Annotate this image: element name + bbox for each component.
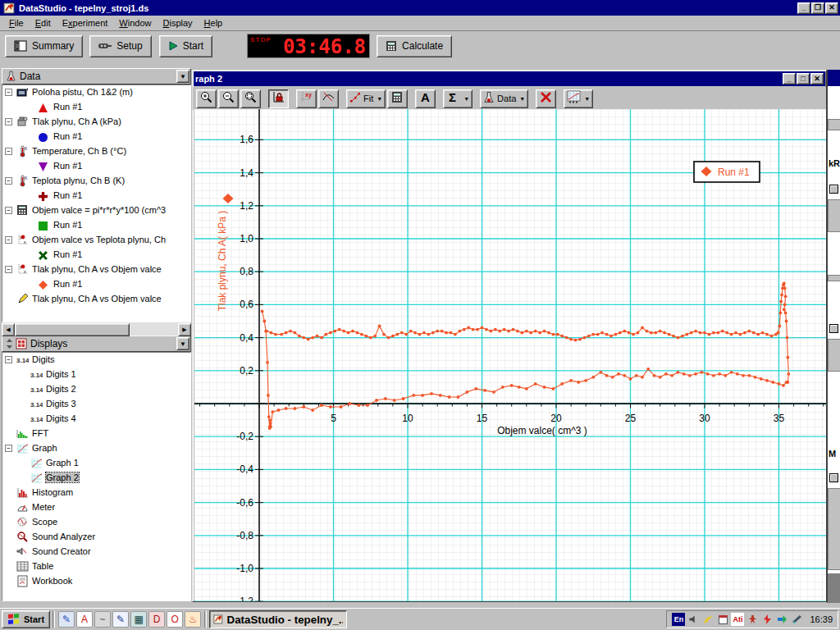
- data-item[interactable]: −Objem valce = pi*r*r*y*100 (cm^3: [2, 203, 190, 218]
- quicklaunch-pen-icon[interactable]: ✎: [112, 611, 129, 628]
- display-item-graph-1[interactable]: Graph 1: [2, 456, 190, 471]
- display-item-digits-1[interactable]: 3.14Digits 1: [2, 368, 190, 382]
- summary-button[interactable]: Summary: [5, 35, 83, 57]
- fit-dropdown[interactable]: Fit▼: [346, 89, 386, 108]
- antivirus-icon[interactable]: [746, 613, 759, 626]
- menu-experiment[interactable]: Experiment: [57, 16, 114, 30]
- display-item-histogram[interactable]: Histogram: [2, 486, 190, 500]
- display-item-digits[interactable]: −3.14Digits: [2, 353, 190, 368]
- ati-icon[interactable]: Ati: [731, 613, 744, 626]
- data-run-item[interactable]: Run #1: [2, 100, 190, 115]
- text-tool-button[interactable]: A: [415, 89, 436, 108]
- restore-button[interactable]: ❐: [811, 2, 824, 14]
- calculate-button[interactable]: = Calculate: [377, 35, 452, 57]
- data-item[interactable]: −Poloha pistu, Ch 1&2 (m): [2, 85, 190, 100]
- start-menu-button[interactable]: Start: [2, 610, 50, 628]
- collapse-icon[interactable]: −: [5, 118, 12, 126]
- data-item[interactable]: −Tlak plynu, Ch A (kPa): [2, 115, 190, 130]
- quicklaunch-dragon-icon[interactable]: D: [148, 611, 165, 628]
- start-button[interactable]: Start: [159, 35, 212, 57]
- quicklaunch-acrobat-icon[interactable]: A: [76, 611, 93, 628]
- close-button[interactable]: ✕: [825, 2, 838, 14]
- display-item-graph[interactable]: −Graph: [2, 441, 190, 456]
- display-item-digits-3[interactable]: 3.14Digits 3: [2, 397, 190, 412]
- language-indicator[interactable]: En: [672, 613, 685, 626]
- data-pane-dropdown[interactable]: ▼: [176, 70, 189, 83]
- data-tree-hscrollbar[interactable]: ◀ ▶: [2, 322, 191, 336]
- sync-icon[interactable]: [775, 613, 788, 626]
- graph-close-button[interactable]: ✕: [810, 73, 824, 84]
- chart-area[interactable]: 1,61,41,21,00,80,60,40,2-0,2-0,4-0,6-0,8…: [194, 109, 826, 601]
- collapse-icon[interactable]: −: [5, 148, 12, 155]
- menu-display[interactable]: Display: [158, 16, 199, 30]
- zoom-out-button[interactable]: [218, 89, 239, 108]
- collapse-icon[interactable]: −: [5, 207, 12, 214]
- scroll-left-icon[interactable]: ◀: [2, 323, 15, 336]
- delete-button[interactable]: [536, 89, 556, 108]
- data-run-item[interactable]: Run #1: [2, 277, 190, 292]
- display-item-digits-2[interactable]: 3.14Digits 2: [2, 382, 190, 397]
- display-item-graph-2[interactable]: Graph 2: [2, 471, 190, 486]
- scheduler-icon[interactable]: [716, 613, 729, 626]
- brush-icon[interactable]: [701, 613, 714, 626]
- slope-tool-button[interactable]: [318, 89, 339, 108]
- graph-settings-button[interactable]: ▼: [564, 89, 593, 108]
- menu-file[interactable]: File: [3, 16, 30, 30]
- zoom-in-button[interactable]: [196, 89, 217, 108]
- data-run-item[interactable]: Run #1: [2, 218, 190, 233]
- data-item[interactable]: −KTeplota plynu, Ch B (K): [2, 174, 190, 189]
- menu-window[interactable]: Window: [113, 16, 157, 30]
- splitter-icon[interactable]: [6, 338, 13, 349]
- collapse-icon[interactable]: −: [5, 89, 12, 96]
- lightning-icon[interactable]: [760, 613, 774, 626]
- data-run-item[interactable]: Run #1: [2, 189, 190, 203]
- quicklaunch-calculator-icon[interactable]: ▦: [130, 611, 147, 628]
- display-item-sound-creator[interactable]: Sound Creator: [2, 545, 190, 559]
- calculate-button[interactable]: [387, 89, 408, 108]
- y-tick-label: 0,4: [240, 332, 253, 344]
- display-item-scope[interactable]: Scope: [2, 515, 190, 530]
- collapse-icon[interactable]: −: [5, 177, 12, 185]
- display-item-table[interactable]: Table: [2, 559, 190, 574]
- quicklaunch-opera-icon[interactable]: O: [167, 611, 183, 628]
- setup-button[interactable]: Setup: [89, 35, 151, 57]
- datastudio-task-button[interactable]: DataStudio - tepelny_...: [209, 610, 347, 628]
- data-item[interactable]: −yxObjem valce vs Teplota plynu, Ch: [2, 233, 190, 248]
- quicklaunch-bird-icon[interactable]: ~: [94, 611, 111, 628]
- data-dropdown[interactable]: Data▼: [480, 89, 528, 108]
- quicklaunch-notes-icon[interactable]: ✎: [58, 611, 75, 628]
- display-item-fft[interactable]: FFT: [2, 427, 190, 441]
- graph-maximize-button[interactable]: □: [797, 73, 810, 84]
- data-item[interactable]: Tlak plynu, Ch A vs Objem valce: [2, 292, 190, 307]
- data-item[interactable]: −KTemperature, Ch B (°C): [2, 144, 190, 159]
- menu-edit[interactable]: Edit: [30, 16, 57, 30]
- data-item[interactable]: −yxTlak plynu, Ch A vs Objem valce: [2, 262, 190, 277]
- display-item-digits-4[interactable]: 3.14Digits 4: [2, 412, 190, 427]
- collapse-icon[interactable]: −: [5, 445, 12, 452]
- smart-tool-button[interactable]: xy: [296, 89, 317, 108]
- menu-help[interactable]: Help: [199, 16, 229, 30]
- scale-to-fit-button[interactable]: [268, 89, 289, 108]
- scroll-right-icon[interactable]: ▶: [178, 323, 191, 336]
- collapse-icon[interactable]: −: [5, 356, 12, 363]
- quicklaunch-flame-icon[interactable]: ♨: [185, 611, 201, 628]
- menu-bar: FileEditExperimentWindowDisplayHelp: [0, 16, 840, 31]
- volume-icon[interactable]: [687, 613, 700, 626]
- graph2-titlebar[interactable]: raph 2 _ □ ✕: [194, 71, 825, 86]
- displays-pane-dropdown[interactable]: ▼: [176, 337, 189, 350]
- data-run-item[interactable]: Run #1: [2, 248, 190, 262]
- data-run-item[interactable]: Run #1: [2, 130, 190, 144]
- collapse-icon[interactable]: −: [5, 266, 12, 273]
- graph-minimize-button[interactable]: _: [783, 73, 796, 84]
- minimize-button[interactable]: _: [797, 2, 810, 14]
- legend[interactable]: Run #1: [694, 162, 760, 182]
- collapse-icon[interactable]: −: [5, 236, 12, 244]
- scroll-thumb[interactable]: [15, 323, 130, 336]
- data-run-item[interactable]: Run #1: [2, 159, 190, 174]
- display-item-sound-analyzer[interactable]: Sound Analyzer: [2, 530, 190, 545]
- pen-tray-icon[interactable]: [790, 613, 803, 626]
- display-item-workbook[interactable]: Workbook: [2, 574, 190, 589]
- zoom-select-button[interactable]: [240, 89, 261, 108]
- display-item-meter[interactable]: Meter: [2, 500, 190, 515]
- statistics-button[interactable]: Σ▼: [443, 89, 472, 108]
